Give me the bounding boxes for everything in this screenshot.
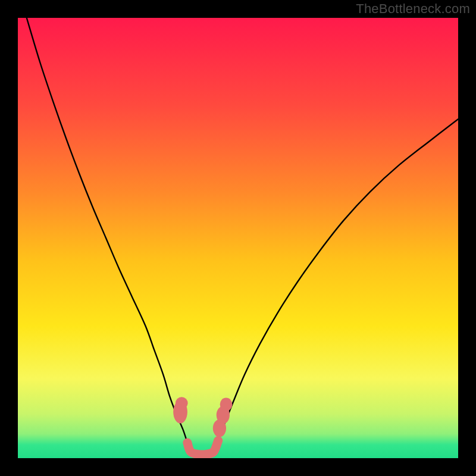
blob-spot [176, 397, 188, 409]
blob-spot [220, 398, 233, 411]
bottleneck-chart [18, 18, 458, 458]
chart-frame: TheBottleneck.com [0, 0, 476, 476]
gradient-background [18, 18, 458, 458]
watermark-text: TheBottleneck.com [356, 1, 470, 17]
